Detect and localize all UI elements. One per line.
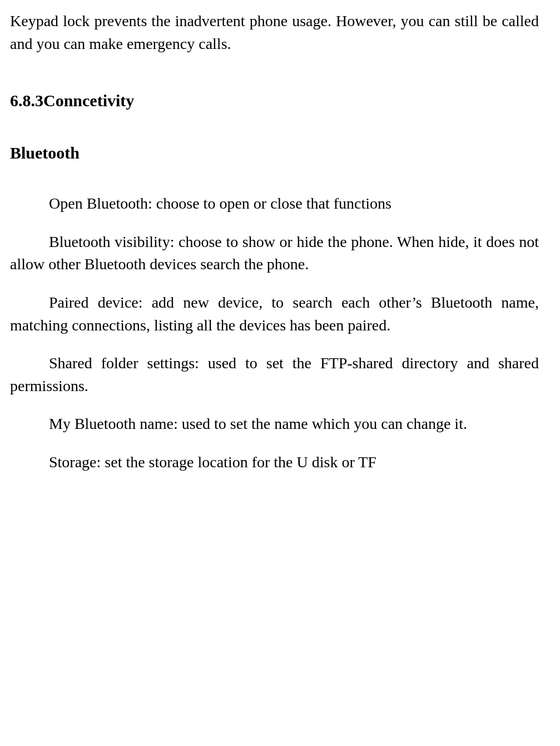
paragraph-paired-device: Paired device: add new device, to search… — [10, 292, 539, 337]
paragraph-open-bluetooth: Open Bluetooth: choose to open or close … — [10, 192, 539, 215]
bluetooth-heading: Bluetooth — [10, 141, 539, 165]
paragraph-storage: Storage: set the storage location for th… — [10, 451, 539, 474]
intro-paragraph: Keypad lock prevents the inadvertent pho… — [10, 10, 539, 55]
paragraph-bluetooth-visibility: Bluetooth visibility: choose to show or … — [10, 231, 539, 276]
section-heading: 6.8.3Conncetivity — [10, 88, 539, 113]
paragraph-my-bluetooth-name: My Bluetooth name: used to set the name … — [10, 413, 539, 436]
paragraph-shared-folder: Shared folder settings: used to set the … — [10, 352, 539, 397]
